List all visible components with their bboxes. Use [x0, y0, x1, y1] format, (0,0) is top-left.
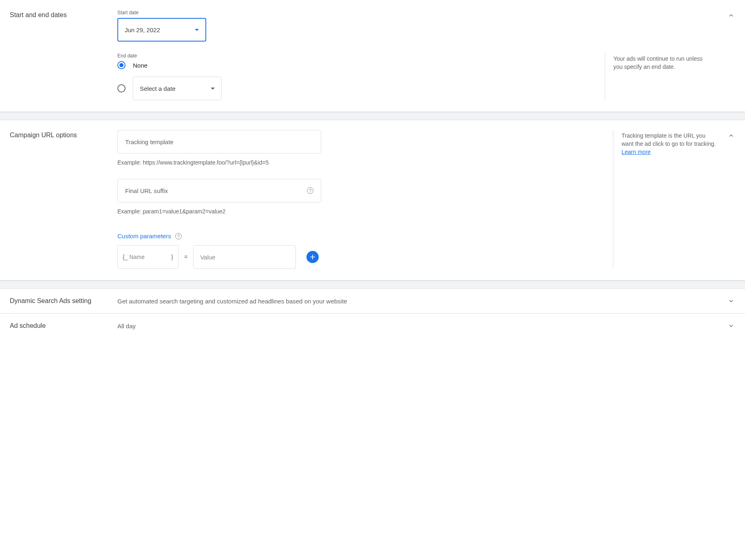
start-date-label: Start date	[117, 10, 711, 15]
dsa-summary: Get automated search targeting and custo…	[117, 298, 727, 305]
dates-section-title: Start and end dates	[10, 10, 117, 100]
tracking-template-example: Example: https://www.trackingtemplate.fo…	[117, 159, 605, 166]
dates-section-body: Start date Jun 29, 2022 End date None	[117, 10, 719, 100]
help-icon[interactable]: ?	[307, 187, 313, 194]
param-equals: =	[184, 254, 187, 260]
learn-more-link[interactable]: Learn more	[622, 149, 651, 155]
url-side-text: Tracking template is the URL you want th…	[622, 132, 716, 147]
end-date-label: End date	[117, 53, 605, 59]
end-date-dropdown[interactable]: Select a date	[133, 77, 222, 100]
dates-side-text: Your ads will continue to run unless you…	[613, 55, 703, 70]
start-date-block: Start date Jun 29, 2022	[117, 10, 711, 42]
final-url-suffix-example: Example: param1=value1&param2=value2	[117, 208, 605, 215]
param-name-prefix: {_	[123, 254, 128, 260]
end-date-placeholder: Select a date	[140, 85, 176, 92]
url-section-title: Campaign URL options	[10, 130, 117, 269]
end-date-select-row[interactable]: Select a date	[117, 77, 605, 100]
add-param-button[interactable]	[306, 251, 319, 263]
caret-down-icon	[195, 29, 199, 31]
param-value-input[interactable]	[193, 245, 296, 269]
custom-parameters-label: Custom parameters ?	[117, 233, 182, 239]
final-url-suffix-input[interactable]: ?	[117, 179, 321, 202]
url-side: Tracking template is the URL you want th…	[613, 130, 719, 269]
chevron-down-icon[interactable]	[727, 322, 735, 330]
url-section: Campaign URL options Example: https://ww…	[0, 120, 745, 281]
tracking-template-input[interactable]	[117, 130, 321, 154]
end-date-col: End date None Select a date	[117, 53, 605, 100]
section-gap	[0, 112, 745, 120]
param-name-suffix: }	[171, 254, 173, 260]
dates-collapse[interactable]	[719, 10, 735, 100]
caret-down-icon	[211, 88, 215, 90]
help-icon[interactable]: ?	[175, 233, 182, 239]
end-date-none-row[interactable]: None	[117, 61, 605, 69]
dsa-row[interactable]: Dynamic Search Ads setting Get automated…	[0, 289, 745, 314]
dates-section-main: Start date Jun 29, 2022 End date None	[117, 10, 719, 100]
start-date-dropdown[interactable]: Jun 29, 2022	[117, 18, 206, 42]
schedule-summary: All day	[117, 323, 727, 329]
param-value-field[interactable]	[200, 254, 289, 261]
end-date-none-label: None	[133, 62, 148, 69]
chevron-up-icon[interactable]	[727, 132, 735, 140]
schedule-row[interactable]: Ad schedule All day	[0, 314, 745, 338]
end-date-block: End date None Select a date Your ad	[117, 53, 711, 100]
chevron-up-icon[interactable]	[727, 11, 735, 20]
url-section-main: Example: https://www.trackingtemplate.fo…	[117, 130, 613, 269]
tracking-template-field[interactable]	[125, 138, 313, 145]
custom-param-row: {_ } =	[117, 245, 605, 269]
section-gap	[0, 281, 745, 289]
radio-none[interactable]	[117, 61, 126, 69]
custom-parameters-text: Custom parameters	[117, 233, 171, 239]
schedule-title: Ad schedule	[10, 322, 117, 329]
param-name-input[interactable]: {_ }	[117, 245, 179, 269]
final-url-suffix-field[interactable]	[125, 187, 307, 194]
plus-icon	[309, 253, 317, 261]
dates-side: Your ads will continue to run unless you…	[605, 53, 711, 100]
dates-section: Start and end dates Start date Jun 29, 2…	[0, 0, 745, 112]
param-name-field[interactable]	[129, 254, 170, 260]
url-section-body: Example: https://www.trackingtemplate.fo…	[117, 130, 719, 269]
start-date-value: Jun 29, 2022	[125, 26, 160, 33]
url-collapse[interactable]	[719, 130, 735, 269]
chevron-down-icon[interactable]	[727, 297, 735, 305]
dsa-title: Dynamic Search Ads setting	[10, 297, 117, 305]
radio-select-date[interactable]	[117, 84, 126, 92]
